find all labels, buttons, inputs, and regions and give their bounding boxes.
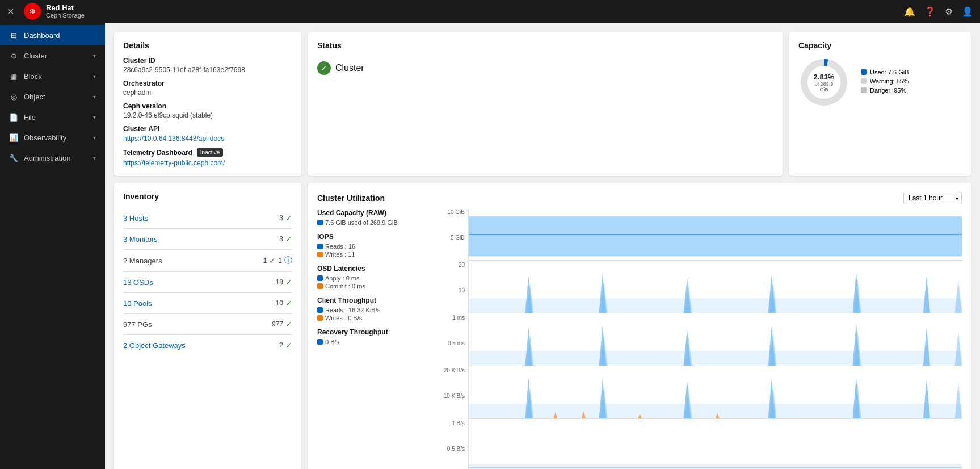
used-label: Used: 7.6 GiB [870,69,909,76]
osd-commit-value: Commit : 0 ms [325,283,365,290]
recovery-throughput-title: Recovery Throughput [317,328,431,336]
utilization-header: Cluster Utilization Last 1 hour Last 6 h… [317,192,962,204]
hosts-link[interactable]: 3 Hosts [123,214,279,223]
sidebar-item-dashboard[interactable]: ⊞ Dashboard [0,25,105,45]
danger-label: Danger: 95% [870,87,906,94]
capacity-chart-area [468,209,962,261]
details-card: Details Cluster ID 28c6a9c2-9505-11ef-a2… [114,32,301,176]
content-area: Details Cluster ID 28c6a9c2-9505-11ef-a2… [105,23,980,469]
svg-marker-33 [955,330,962,366]
user-icon[interactable]: 👤 [962,6,973,17]
pools-link[interactable]: 10 Pools [123,299,276,308]
observability-icon: 📊 [9,133,18,142]
gateways-count: 2 ✓ [279,341,292,350]
capacity-inner: 2.83% of 269.9 GiB Used: 7.6 GiB Warning… [798,57,962,108]
osd-latencies-chart-inner: 1 ms 0.5 ms [440,315,962,366]
time-range-dropdown[interactable]: Last 1 hour Last 6 hours Last 24 hours L… [903,192,962,204]
cluster-status: ✓ Cluster [317,61,773,75]
administration-icon: 🔧 [9,153,18,162]
danger-color-dot [861,87,867,93]
inventory-card: Inventory 3 Hosts 3 ✓ 3 Monitors 3 ✓ [114,183,301,469]
inventory-item-osds: 18 OSDs 18 ✓ [123,272,292,293]
svg-marker-32 [923,328,930,366]
client-reads-legend: Reads : 16.32 KiB/s [317,307,431,313]
cluster-icon: ⊙ [9,51,18,60]
monitors-count: 3 ✓ [279,235,292,244]
osd-commit-legend: Commit : 0 ms [317,283,431,290]
sidebar-item-block[interactable]: ▦ Block ▾ [0,66,105,86]
telemetry-row: Telemetry Dashboard Inactive [123,148,292,157]
sidebar-item-observability[interactable]: 📊 Observability ▾ [0,127,105,148]
close-button[interactable]: ✕ [7,6,14,17]
help-icon[interactable]: ❓ [924,6,936,17]
svg-rect-8 [469,298,962,313]
cluster-id-label: Cluster ID [123,57,292,65]
recovery-throughput-chart-row: 1 B/s 0.5 B/s [440,420,962,469]
osds-link[interactable]: 18 OSDs [123,278,276,287]
inventory-item-monitors: 3 Monitors 3 ✓ [123,229,292,250]
topbar-actions: 🔔 ❓ ⚙ 👤 [904,6,973,17]
top-cards-row: Details Cluster ID 28c6a9c2-9505-11ef-a2… [114,32,971,176]
svg-marker-19 [923,277,930,313]
chevron-icon: ▾ [93,53,96,59]
svg-text:RH: RH [28,9,36,15]
sidebar-item-label: Dashboard [24,31,96,40]
svg-marker-20 [955,280,962,313]
capacity-legend: Used: 7.6 GiB Warning: 85% Danger: 95% [861,69,909,96]
telemetry-label: Telemetry Dashboard [123,149,192,157]
chevron-icon: ▾ [93,135,96,141]
client-writes-dot [317,315,323,321]
sidebar-item-file[interactable]: 📄 File ▾ [0,107,105,127]
svg-marker-50 [955,382,962,418]
time-range-dropdown-wrap: Last 1 hour Last 6 hours Last 24 hours L… [903,192,962,204]
sidebar-item-administration[interactable]: 🔧 Administration ▾ [0,148,105,168]
osd-y-axis: 1 ms 0.5 ms [440,315,468,366]
iops-reads-legend: Reads : 16 [317,243,431,250]
dashboard-icon: ⊞ [9,31,18,40]
cluster-status-label: Cluster [335,63,364,73]
pools-count: 10 ✓ [276,299,292,308]
chevron-icon: ▾ [93,114,96,120]
iops-y-axis: 20 10 [440,262,468,313]
sidebar-item-label: Administration [24,154,87,162]
used-capacity-dot [317,220,323,225]
charts-area: 10 GiB 5 GiB [440,209,962,469]
status-card: Status ✓ Cluster [308,32,783,176]
inventory-title: Inventory [123,192,292,201]
svg-rect-51 [469,464,962,469]
iops-reads-dot [317,244,323,249]
object-icon: ◎ [9,92,18,101]
client-throughput-chart-row: 20 KiB/s 10 KiB/s [440,367,962,419]
monitors-ok-icon: ✓ [285,235,292,244]
sidebar-item-label: Observability [24,133,87,142]
osd-apply-dot [317,275,323,281]
capacity-y-axis: 10 GiB 5 GiB [440,209,468,261]
telemetry-link[interactable]: https://telemetry-public.ceph.com/ [123,159,292,167]
cluster-api-link[interactable]: https://10.0.64.136:8443/api-docs [123,135,224,143]
client-reads-dot [317,307,323,313]
utilization-card: Cluster Utilization Last 1 hour Last 6 h… [308,183,971,469]
legend-danger: Danger: 95% [861,87,909,94]
orchestrator-label: Orchestrator [123,79,292,87]
inventory-item-pgs: 977 PGs 977 ✓ [123,314,292,335]
gateways-link[interactable]: 2 Object Gateways [123,341,279,350]
client-writes-value: Writes : 0 B/s [325,315,362,321]
capacity-title: Capacity [798,41,962,50]
pgs-label: 977 PGs [123,320,272,329]
recovery-value: 0 B/s [325,338,339,345]
hosts-ok-icon: ✓ [285,213,292,223]
sidebar-item-cluster[interactable]: ⊙ Cluster ▾ [0,45,105,66]
recovery-throughput-section: Recovery Throughput 0 B/s [317,328,431,345]
legend-warning: Warning: 85% [861,78,909,85]
inventory-item-hosts: 3 Hosts 3 ✓ [123,208,292,229]
notifications-icon[interactable]: 🔔 [904,6,915,17]
bottom-row: Inventory 3 Hosts 3 ✓ 3 Monitors 3 ✓ [114,183,971,469]
file-icon: 📄 [9,112,18,122]
managers-ok-icon: ✓ [269,256,276,265]
settings-icon[interactable]: ⚙ [945,6,953,17]
sidebar-item-object[interactable]: ◎ Object ▾ [0,86,105,107]
monitors-link[interactable]: 3 Monitors [123,235,279,244]
orchestrator-value: cephadm [123,89,292,97]
sidebar-item-label: Block [24,72,87,81]
osd-apply-value: Apply : 0 ms [325,275,360,282]
